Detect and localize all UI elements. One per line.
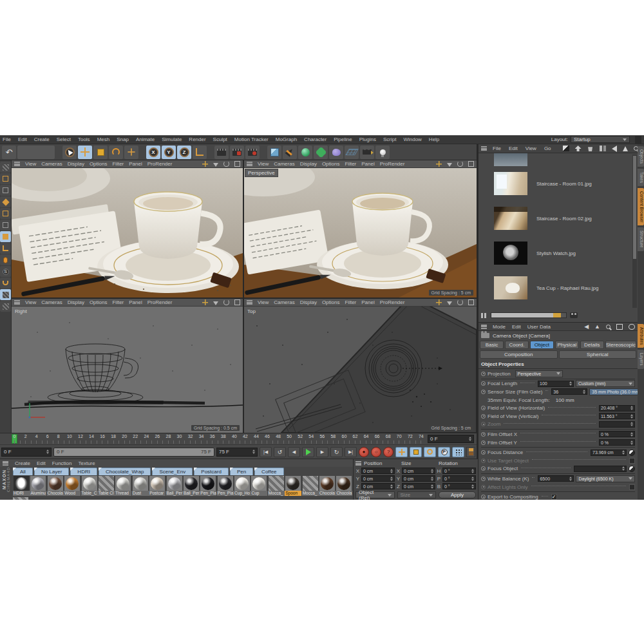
material-swatch[interactable]: Table Cl (98, 475, 115, 496)
viewport-menu-item[interactable]: Panel (129, 161, 142, 167)
scrub-icon[interactable] (481, 450, 486, 455)
material-swatch[interactable]: Chocola (319, 475, 336, 496)
browser-menu-item[interactable]: View (526, 146, 536, 151)
view-pan-icon[interactable] (202, 161, 208, 167)
viewport-perspective[interactable]: ViewCamerasDisplayOptionsFilterPanelProR… (244, 160, 477, 298)
size-x-field[interactable]: 0 cm (402, 468, 435, 474)
menu-item[interactable]: Sculpt (213, 137, 227, 142)
attribute-tab[interactable]: Physical (555, 341, 579, 349)
timeline-ruler[interactable]: 0246810121416182022242628303234363840424… (0, 433, 477, 444)
lock-y-axis-button[interactable]: Y (162, 146, 176, 159)
view-zoom-icon[interactable] (447, 301, 452, 305)
snap-settings-button[interactable]: S (0, 266, 11, 277)
attribute-menu-item[interactable]: Edit (512, 324, 521, 330)
thumbnail-size-slider[interactable] (491, 312, 567, 318)
view-zoom-icon[interactable] (213, 163, 218, 167)
scrub-icon[interactable] (481, 390, 486, 394)
spline-pen-button[interactable] (283, 146, 297, 159)
menu-item[interactable]: Window (403, 137, 421, 142)
viewport-menu-item[interactable]: Display (300, 161, 317, 167)
material-layer-tab[interactable]: Scene_Env (152, 468, 193, 475)
pick-object-icon[interactable] (629, 466, 635, 472)
menu-item[interactable]: Script (383, 137, 396, 142)
apply-button[interactable]: Apply (439, 491, 476, 498)
viewport-menu-item[interactable]: Cameras (274, 161, 294, 167)
axis-mode-button[interactable] (0, 243, 11, 254)
dock-tab[interactable]: Content Browser (638, 188, 644, 225)
browser-menu-item[interactable]: File (493, 146, 501, 151)
menu-item[interactable]: Pipeline (334, 137, 352, 142)
frame-range-slider[interactable]: 0 F 75 F (53, 448, 214, 457)
viewport-menu-item[interactable]: View (258, 299, 269, 305)
menu-item[interactable]: Simulate (162, 137, 182, 142)
viewport-menu-item[interactable]: Filter (345, 299, 356, 305)
material-layer-tab[interactable]: Postcard (194, 468, 229, 475)
viewport-menu-item[interactable]: ProRender (147, 299, 173, 305)
attribute-tab[interactable]: Spherical (559, 350, 637, 359)
key-rotation-toggle[interactable] (424, 447, 436, 457)
back-icon[interactable] (612, 146, 617, 152)
preview-toggle-icon[interactable] (563, 146, 569, 151)
material-swatch[interactable]: Thread (115, 475, 131, 496)
up-folder-icon[interactable] (575, 146, 582, 151)
menu-item[interactable]: Help (429, 137, 439, 142)
material-swatch[interactable]: Aluminu (30, 475, 46, 496)
menu-item[interactable]: Animate (136, 137, 155, 142)
panel-collapse-icon[interactable] (635, 136, 641, 144)
view-pan-icon[interactable] (202, 299, 208, 305)
viewport-top[interactable]: ViewCamerasDisplayOptionsFilterPanelProR… (244, 299, 477, 433)
dock-tab[interactable]: Structure (638, 227, 644, 251)
scrub-icon[interactable] (481, 381, 486, 386)
goto-start-button[interactable]: |◀ (260, 447, 272, 457)
viewport-menu-item[interactable]: Filter (345, 161, 356, 167)
film-offset-x-field[interactable]: 0 % (599, 431, 635, 437)
attribute-tab[interactable]: Basic (480, 341, 504, 349)
scrub-icon[interactable] (481, 406, 486, 410)
sensor-size-field[interactable]: 36 (551, 388, 587, 395)
focal-length-field[interactable]: 100 (538, 381, 574, 387)
material-swatch-partial[interactable] (13, 497, 28, 500)
viewport-menu-item[interactable]: ProRender (380, 161, 405, 167)
keyframe-bar-button[interactable] (466, 447, 475, 457)
material-swatch[interactable]: Pen_Pla (217, 475, 234, 496)
material-swatch[interactable]: Mocca_ (302, 475, 319, 496)
viewport-menu-item[interactable]: Cameras (41, 299, 62, 305)
hamburger-icon[interactable] (481, 146, 487, 151)
menu-item[interactable]: Select (57, 137, 71, 142)
viewport-top-left[interactable]: ViewCamerasDisplayOptionsFilterPanelProR… (12, 160, 243, 298)
white-balance-field[interactable]: 6500 (538, 475, 574, 482)
menu-item[interactable]: Mesh (97, 137, 110, 142)
edges-mode-button[interactable] (0, 196, 11, 207)
pointer-icon[interactable]: ▲ (594, 324, 600, 330)
model-mode-button[interactable] (0, 231, 11, 242)
material-menu-item[interactable]: Function (52, 460, 72, 466)
viewport-menu-item[interactable]: Panel (129, 299, 142, 305)
list-view-icon[interactable] (481, 313, 488, 318)
material-layer-tab[interactable]: Chocolate_Wrap (99, 468, 151, 475)
material-layer-tab[interactable]: No Layer (34, 468, 69, 475)
key-scale-toggle[interactable] (410, 447, 422, 457)
size-mode-select[interactable]: Size (397, 491, 437, 498)
viewport-menu-item[interactable]: Filter (112, 299, 124, 305)
dock-tab[interactable]: Layers (638, 350, 644, 369)
fov-vertical-field[interactable]: 11.563 ° (599, 413, 635, 419)
dock-tab[interactable]: Attributes (638, 324, 644, 348)
add-primitive-button[interactable] (267, 146, 281, 159)
browser-scrollbar[interactable] (632, 155, 637, 308)
render-view-teacup-closeup[interactable] (12, 168, 243, 298)
view-pan-icon[interactable] (436, 161, 442, 167)
viewport-menu-item[interactable]: Cameras (274, 299, 294, 305)
viewport-menu-item[interactable]: Display (300, 299, 317, 305)
list-item[interactable]: Tea Cup - Raphael Rau.jpg (478, 270, 633, 305)
previous-frame-button[interactable]: ◀ (288, 447, 300, 457)
viewport-menu-item[interactable]: Display (68, 161, 84, 167)
focus-distance-field[interactable]: 73.969 cm (591, 450, 627, 456)
menu-item[interactable]: MoGraph (276, 137, 297, 142)
rotation-h-field[interactable]: 0 ° (442, 468, 476, 474)
hamburger-icon[interactable] (355, 461, 361, 466)
hamburger-icon[interactable] (247, 162, 252, 166)
end-frame-field[interactable]: 75 F (216, 448, 258, 457)
film-offset-y-field[interactable]: 0 % (599, 439, 635, 446)
menu-item[interactable]: Tools (78, 137, 90, 142)
trash-icon[interactable] (587, 146, 594, 151)
